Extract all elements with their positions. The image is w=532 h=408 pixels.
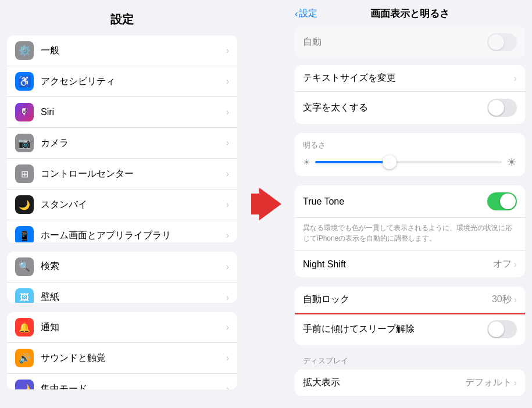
arrow-container <box>244 0 288 408</box>
chevron-icon: › <box>226 230 229 241</box>
general-icon: ⚙️ <box>15 41 34 60</box>
chevron-icon: › <box>226 262 229 272</box>
display-section-header: ディスプレイ <box>295 355 525 370</box>
back-chevron-icon: ‹ <box>295 9 298 19</box>
settings-row-wallpaper[interactable]: 🖼 壁紙 › <box>7 282 237 303</box>
text-size-row[interactable]: テキストサイズを変更 › <box>295 65 525 92</box>
focus-icon: 🌙 <box>15 380 34 389</box>
chevron-icon: › <box>226 384 229 389</box>
back-button[interactable]: ‹ 設定 <box>295 8 317 20</box>
auto-lock-group: 自動ロック 30秒 › 手前に傾けてスリープ解除 <box>295 287 525 345</box>
night-shift-value: オフ <box>493 258 512 270</box>
siri-icon: 🎙 <box>15 103 34 121</box>
accessibility-icon: ♿ <box>15 72 34 91</box>
chevron-icon: › <box>226 138 229 148</box>
chevron-icon: › <box>226 76 229 87</box>
truetone-row[interactable]: True Tone <box>295 185 525 218</box>
camera-label: カメラ <box>41 137 224 149</box>
right-content: 自動 テキストサイズを変更 › 文字を太くする 明るさ ☀ <box>288 24 532 408</box>
chevron-icon: › <box>226 199 229 210</box>
toggle-knob <box>488 100 504 116</box>
brightness-fill <box>315 161 390 163</box>
arrow-body <box>251 194 259 214</box>
settings-group-1: ⚙️ 一般 › ♿ アクセシビリティ › 🎙 Siri › 📷 カメラ › <box>7 35 237 242</box>
toggle-knob <box>488 34 504 50</box>
settings-row-sounds[interactable]: 🔊 サウンドと触覚 › <box>7 343 237 374</box>
home-screen-label: ホーム画面とアプリライブラリ <box>41 230 224 242</box>
right-panel-title: 画面表示と明るさ <box>370 7 449 20</box>
standby-label: スタンバイ <box>41 199 224 211</box>
control-center-label: コントロールセンター <box>41 168 224 180</box>
display-group: 拡大表示 デフォルト › <box>295 370 525 396</box>
toggle-knob <box>488 321 504 337</box>
control-center-icon: ⊞ <box>15 164 34 183</box>
settings-row-search[interactable]: 🔍 検索 › <box>7 252 237 282</box>
bold-text-toggle[interactable] <box>487 99 517 117</box>
settings-group-2: 🔍 検索 › 🖼 壁紙 › <box>7 252 237 303</box>
siri-label: Siri <box>41 107 224 117</box>
settings-group-3: 🔔 通知 › 🔊 サウンドと触覚 › 🌙 集中モード › <box>7 312 237 389</box>
brightness-track[interactable] <box>315 161 502 163</box>
sounds-label: サウンドと触覚 <box>41 352 224 364</box>
chevron-icon: › <box>226 107 229 117</box>
sun-small-icon: ☀ <box>303 158 310 167</box>
settings-row-siri[interactable]: 🎙 Siri › <box>7 97 237 128</box>
right-header: ‹ 設定 画面表示と明るさ <box>288 0 532 24</box>
auto-brightness-label: 自動 <box>303 36 487 48</box>
auto-lock-value: 30秒 <box>492 294 512 306</box>
wallpaper-label: 壁紙 <box>41 291 224 303</box>
brightness-thumb[interactable] <box>383 155 397 169</box>
raise-to-wake-label: 手前に傾けてスリープ解除 <box>303 323 487 335</box>
settings-row-focus[interactable]: 🌙 集中モード › <box>7 374 237 389</box>
truetone-toggle[interactable] <box>487 192 517 210</box>
settings-row-home-screen[interactable]: 📱 ホーム画面とアプリライブラリ › <box>7 220 237 242</box>
truetone-section: True Tone 異なる環境でも色が一貫して表示されるように、環境光の状況に応… <box>295 185 525 277</box>
truetone-description: 異なる環境でも色が一貫して表示されるように、環境光の状況に応じてiPhoneの表… <box>295 218 525 251</box>
night-shift-label: Night Shift <box>303 259 493 270</box>
search-label: 検索 <box>41 260 224 273</box>
zoom-label: 拡大表示 <box>303 377 465 389</box>
chevron-icon: › <box>226 45 229 56</box>
raise-to-wake-toggle[interactable] <box>487 320 517 338</box>
settings-list-panel: 設定 ⚙️ 一般 › ♿ アクセシビリティ › 🎙 Siri › 📷 <box>0 0 244 408</box>
chevron-icon: › <box>226 353 229 363</box>
settings-row-standby[interactable]: 🌙 スタンバイ › <box>7 189 237 220</box>
night-shift-row[interactable]: Night Shift オフ › <box>295 251 525 277</box>
auto-brightness-toggle[interactable] <box>487 33 517 51</box>
chevron-icon: › <box>226 322 229 332</box>
settings-title: 設定 <box>7 9 237 27</box>
chevron-icon: › <box>514 378 517 388</box>
settings-row-notifications[interactable]: 🔔 通知 › <box>7 312 237 343</box>
settings-row-accessibility[interactable]: ♿ アクセシビリティ › <box>7 66 237 97</box>
wallpaper-icon: 🖼 <box>15 288 34 303</box>
notifications-label: 通知 <box>41 321 224 334</box>
truetone-label: True Tone <box>303 196 487 207</box>
sounds-icon: 🔊 <box>15 349 34 367</box>
chevron-icon: › <box>226 169 229 179</box>
chevron-icon: › <box>514 259 517 270</box>
bold-text-row[interactable]: 文字を太くする <box>295 92 525 124</box>
text-settings-group: テキストサイズを変更 › 文字を太くする <box>295 65 525 124</box>
brightness-label: 明るさ <box>303 140 517 151</box>
chevron-icon: › <box>514 73 517 84</box>
toggle-knob <box>500 194 516 209</box>
home-screen-icon: 📱 <box>15 226 34 242</box>
chevron-icon: › <box>226 292 229 303</box>
sun-large-icon: ☀ <box>506 155 517 169</box>
zoom-row[interactable]: 拡大表示 デフォルト › <box>295 370 525 396</box>
brightness-slider-row: ☀ ☀ <box>303 155 517 169</box>
auto-brightness-row[interactable]: 自動 <box>295 26 525 58</box>
settings-row-camera[interactable]: 📷 カメラ › <box>7 128 237 159</box>
brightness-section: 明るさ ☀ ☀ <box>295 133 525 176</box>
scrolled-top-row: 自動 <box>295 26 525 58</box>
bold-text-label: 文字を太くする <box>303 102 487 114</box>
search-icon: 🔍 <box>15 257 34 276</box>
back-label: 設定 <box>299 8 317 20</box>
auto-lock-row[interactable]: 自動ロック 30秒 › <box>295 287 525 313</box>
raise-to-wake-row[interactable]: 手前に傾けてスリープ解除 <box>295 313 525 345</box>
arrow-head <box>259 188 281 220</box>
settings-row-general[interactable]: ⚙️ 一般 › <box>7 35 237 66</box>
settings-row-control-center[interactable]: ⊞ コントロールセンター › <box>7 159 237 189</box>
text-size-label: テキストサイズを変更 <box>303 72 514 84</box>
accessibility-label: アクセシビリティ <box>41 76 224 88</box>
